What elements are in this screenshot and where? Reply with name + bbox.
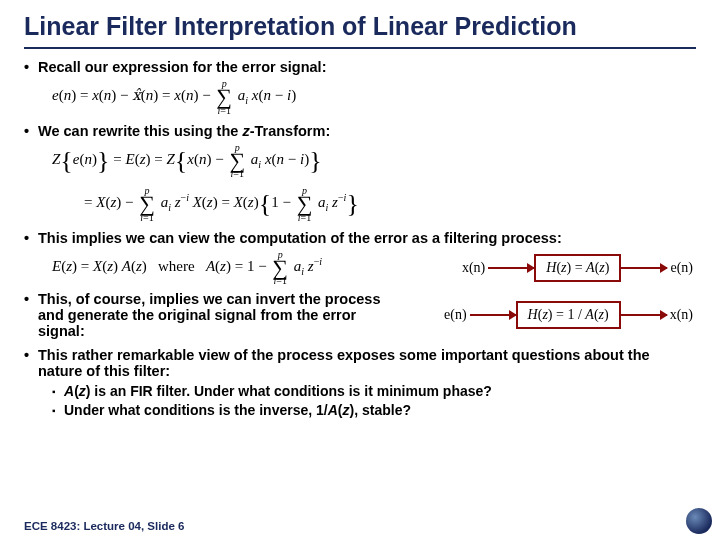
diagram1-input: x(n) [462,260,485,276]
filter-diagram-inverse: e(n) H(z) = 1 / A(z) x(n) [441,301,696,329]
bullet-implies-filter: • This implies we can view the computati… [24,230,696,246]
slide-footer: ECE 8423: Lecture 04, Slide 6 [24,520,184,532]
bullet-dot-icon: • [24,347,38,379]
arrow-icon [621,267,667,269]
bullet-recall-text: Recall our expression for the error sign… [38,59,696,75]
bullet-rewrite-text: We can rewrite this using the z-Transfor… [38,123,696,139]
diagram1-output: e(n) [670,260,693,276]
equation-ztransform-2: = X(z) − p∑i=1 ai z−i X(z) = X(z){1 − p∑… [84,186,696,222]
bullet-dot-icon: • [24,230,38,246]
equation-ztransform-1: Z{e(n)} = E(z) = Z{x(n) − p∑i=1 ai x(n −… [52,143,696,179]
equation-ez-az: E(z) = X(z) A(z) where A(z) = 1 − p∑i=1 … [52,250,322,286]
filter-diagram-forward: x(n) H(z) = A(z) e(n) [459,254,696,282]
diagram2-box: H(z) = 1 / A(z) [516,301,621,329]
bullet-dot-icon: • [24,59,38,75]
arrow-icon [621,314,667,316]
subbullet-a-text: A(z) is an FIR filter. Under what condit… [64,383,492,399]
globe-logo-icon [686,508,712,534]
bullet-invert: • This, of course, implies we can invert… [24,291,394,339]
subbullet-a: ▪ A(z) is an FIR filter. Under what cond… [52,383,696,399]
bullet-dot-icon: • [24,291,38,339]
bullet-implies-text: This implies we can view the computation… [38,230,696,246]
square-bullet-icon: ▪ [52,383,64,399]
bullet-recall: • Recall our expression for the error si… [24,59,696,75]
bullet-questions: • This rather remarkable view of the pro… [24,347,696,379]
slide-title: Linear Filter Interpretation of Linear P… [24,12,696,49]
equation-error: e(n) = x(n) − x̂(n) = x(n) − p∑i=1 ai x(… [52,79,696,115]
arrow-icon [470,314,516,316]
arrow-icon [488,267,534,269]
bullet-invert-text: This, of course, implies we can invert t… [38,291,394,339]
bullet-questions-text: This rather remarkable view of the proce… [38,347,696,379]
diagram2-input: e(n) [444,307,467,323]
invert-row: • This, of course, implies we can invert… [24,291,696,339]
diagram2-output: x(n) [670,307,693,323]
filter-definition-row: E(z) = X(z) A(z) where A(z) = 1 − p∑i=1 … [24,250,696,286]
subbullet-b-text: Under what conditions is the inverse, 1/… [64,402,411,418]
bullet-rewrite: • We can rewrite this using the z-Transf… [24,123,696,139]
subbullet-b: ▪ Under what conditions is the inverse, … [52,402,696,418]
bullet-dot-icon: • [24,123,38,139]
diagram1-box: H(z) = A(z) [534,254,621,282]
square-bullet-icon: ▪ [52,402,64,418]
